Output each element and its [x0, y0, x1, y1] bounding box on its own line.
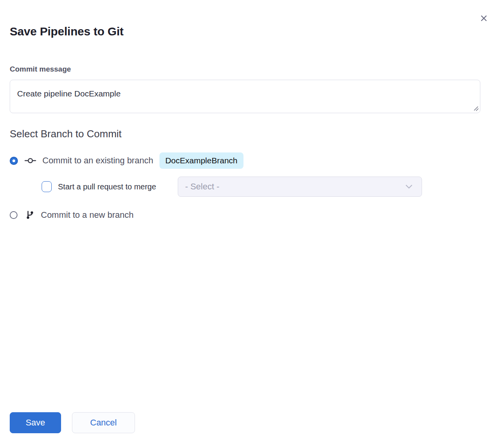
pull-request-row: Start a pull request to merge [42, 177, 156, 197]
git-branch-icon [25, 210, 35, 220]
new-branch-row: Commit to a new branch [10, 207, 133, 223]
chevron-down-icon [406, 185, 412, 189]
select-branch-heading: Select Branch to Commit [10, 128, 122, 140]
save-button[interactable]: Save [10, 412, 61, 433]
close-icon[interactable] [478, 12, 490, 24]
select-placeholder: - Select - [185, 182, 406, 192]
save-pipelines-to-git-dialog: Save Pipelines to Git Commit message Cre… [0, 0, 492, 448]
dialog-footer: Save Cancel [10, 412, 135, 433]
existing-branch-row: Commit to an existing branch DocExampleB… [10, 152, 243, 169]
git-commit-icon [24, 156, 37, 165]
merge-target-branch-select[interactable]: - Select - [178, 177, 422, 197]
x-icon [480, 14, 488, 22]
new-branch-radio[interactable] [10, 211, 18, 219]
commit-message-input[interactable]: Create pipeline DocExample [10, 80, 480, 113]
commit-message-label: Commit message [10, 65, 71, 74]
branch-name-badge[interactable]: DocExampleBranch [159, 152, 243, 169]
existing-branch-radio[interactable] [10, 157, 18, 165]
new-branch-label: Commit to a new branch [41, 210, 133, 220]
existing-branch-label: Commit to an existing branch [42, 156, 153, 166]
pull-request-checkbox[interactable] [42, 181, 52, 192]
commit-message-field: Create pipeline DocExample [10, 80, 480, 113]
pull-request-label: Start a pull request to merge [58, 182, 156, 191]
dialog-title: Save Pipelines to Git [10, 25, 124, 38]
cancel-button[interactable]: Cancel [72, 412, 135, 433]
